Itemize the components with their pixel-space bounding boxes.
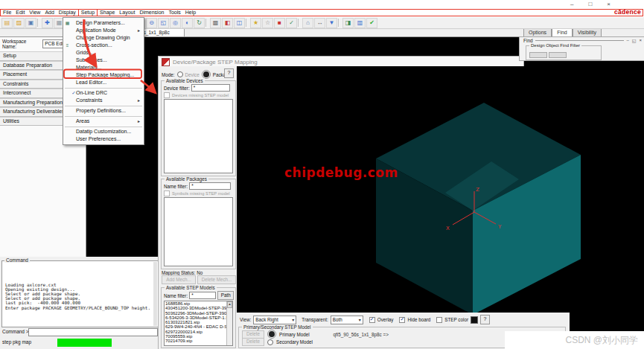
find-filter-label: Design Object Find Filter <box>529 43 581 48</box>
menu-item-subclasses[interactable]: Subclasses... <box>63 57 144 64</box>
menu-view[interactable]: View <box>27 10 42 16</box>
workspace-name-label: Workspace Name: <box>2 39 40 49</box>
zoom-previous-icon[interactable]: ◐ <box>182 18 193 28</box>
menu-item-online-drc[interactable]: ✓ On-Line DRC <box>63 89 144 97</box>
shadow-mode-icon[interactable]: ▩ <box>210 18 221 28</box>
show-measure-icon[interactable]: ↔ <box>314 18 325 28</box>
new-file-icon[interactable]: ▤ <box>1 18 13 28</box>
path-button[interactable]: Path <box>217 291 234 300</box>
overlay-checkbox[interactable] <box>369 317 375 323</box>
zoom-out-icon[interactable]: ⊖ <box>146 18 157 28</box>
add-mech-button[interactable]: Add Mech... <box>162 275 196 284</box>
find-panel-control[interactable]: – <box>626 38 628 43</box>
menu-setup[interactable]: Setup <box>78 9 98 16</box>
find-filter-button[interactable] <box>529 52 547 58</box>
devices-listbox[interactable] <box>164 99 233 173</box>
toolbar-separator[interactable] <box>298 19 302 27</box>
menu-tools[interactable]: Tools <box>166 10 182 16</box>
toolbar-separator[interactable] <box>205 19 209 27</box>
step-model-file[interactable]: 50362296-3DModel-STEP-390490.ST <box>165 311 226 316</box>
symbols-missing-step-checkbox[interactable] <box>164 190 170 196</box>
tab-options[interactable]: Options <box>523 28 552 36</box>
zoom-fit-icon[interactable]: ◱ <box>158 18 169 28</box>
drc-update-icon[interactable]: ✔ <box>366 18 377 28</box>
move-icon[interactable]: ✚ <box>42 18 53 28</box>
find-filter-button[interactable] <box>549 52 567 58</box>
menu-item-areas[interactable]: Areas ▸ <box>63 118 144 125</box>
step-model-file[interactable]: 70214709.stp <box>165 339 226 343</box>
menu-item-property-definitions[interactable]: Property Definitions... <box>63 107 144 115</box>
step-3d-preview[interactable]: Z X Y <box>237 66 644 313</box>
window-control-button[interactable]: – <box>570 1 573 7</box>
step-mapping-icon[interactable]: ◨ <box>342 18 354 28</box>
delete-primary-button[interactable]: Delete <box>242 330 264 339</box>
devices-missing-step-checkbox[interactable] <box>164 92 170 98</box>
delete-secondary-button[interactable]: Delete <box>242 338 264 346</box>
mode-device-radio[interactable] <box>177 71 183 77</box>
menu-item-step-package-mapping[interactable]: Step Package Mapping... <box>63 71 144 79</box>
menu-help[interactable]: Help <box>183 10 198 16</box>
step-color-swatch[interactable] <box>471 316 478 324</box>
find-panel-control[interactable]: × <box>639 38 642 43</box>
menu-edit[interactable]: Edit <box>13 10 27 16</box>
menu-item-application-mode[interactable]: Application Mode ▸ <box>63 27 144 34</box>
step-models-listbox[interactable]: 1688586.stp430451200-3DModel-STEP-390490… <box>164 301 233 346</box>
device-filter-input[interactable]: * <box>191 84 230 92</box>
view-select[interactable]: Back Right <box>253 316 296 324</box>
menu-item-constraints[interactable]: Constraints ▸ <box>63 97 144 104</box>
color-dialog-icon[interactable]: ◧ <box>222 18 233 28</box>
export-step-icon[interactable]: ▥ <box>354 18 366 28</box>
hide-board-checkbox[interactable] <box>399 317 405 323</box>
toolbar-separator[interactable] <box>246 19 249 27</box>
step-model-file[interactable]: 629-9W4-240-4N4 - EDAC D-Sub Conr <box>165 324 226 329</box>
layer-visibility-icon[interactable]: ◫ <box>234 18 245 28</box>
menu-dimension[interactable]: Dimension <box>137 10 166 16</box>
view-help-button[interactable]: ? <box>480 315 490 324</box>
step-color-checkbox[interactable] <box>436 317 442 323</box>
menu-item-lead-editor[interactable]: Lead Editor... <box>63 79 144 86</box>
menu-bar: FileEditViewAddDisplaySetupShapeLayoutDi… <box>0 9 643 16</box>
menu-file[interactable]: File <box>1 10 13 16</box>
command-scrollbar[interactable] <box>153 262 157 326</box>
menu-display[interactable]: Display <box>57 10 78 16</box>
zoom-world-icon[interactable]: ◎ <box>170 18 181 28</box>
waive-drc-icon[interactable]: ✓ <box>286 18 297 28</box>
save-icon[interactable]: ▣ <box>25 18 36 28</box>
open-folder-icon[interactable]: ▨ <box>13 18 25 28</box>
menu-item-grids[interactable]: Grids... <box>63 49 144 57</box>
cadence-logo: cādence <box>614 8 641 16</box>
dialog-help-button[interactable]: ? <box>224 68 234 78</box>
menu-item-user-preferences[interactable]: User Preferences... <box>63 135 144 143</box>
secondary-model-radio[interactable] <box>267 339 273 345</box>
flip-design-icon[interactable]: ▼ <box>326 18 337 28</box>
transparent-select[interactable]: Both <box>331 316 363 324</box>
window-control-button[interactable]: × <box>607 1 610 7</box>
package-name-filter-input[interactable]: * <box>189 182 231 190</box>
menu-layout[interactable]: Layout <box>117 10 137 16</box>
packages-listbox[interactable] <box>164 197 233 266</box>
tab-find[interactable]: Find <box>552 28 573 36</box>
find-panel-control[interactable]: ◱ <box>632 38 637 43</box>
step-name-filter-input[interactable]: * <box>189 292 216 299</box>
assign-color-icon[interactable]: ■ <box>274 18 285 28</box>
menu-item-materials[interactable]: Materials... <box>63 64 144 71</box>
menu-item-datatip-customization[interactable]: Datatip Customization... <box>63 128 144 135</box>
window-control-button[interactable]: □ <box>588 1 592 7</box>
menu-item-change-drawing-origin[interactable]: Change Drawing Origin <box>63 34 144 42</box>
command-input[interactable] <box>28 328 158 336</box>
redraw-icon[interactable]: ↻ <box>194 18 205 28</box>
menu-shape[interactable]: Shape <box>98 10 117 16</box>
menu-add[interactable]: Add <box>42 10 56 16</box>
dehighlight-icon[interactable]: ☆ <box>262 18 273 28</box>
menu-item-design-parameters[interactable]: ▦ Design Parameters... <box>63 19 144 27</box>
menu-item-cross-section[interactable]: ≡ Cross-section... <box>63 42 144 49</box>
design-tab[interactable]: 6s_1x1_8p8c <box>138 28 185 36</box>
delete-mech-button[interactable]: Delete Mech... <box>197 275 236 284</box>
toolbar-separator[interactable] <box>338 19 342 27</box>
step-model-file[interactable]: 430451200-3DModel-STEP-390490.S <box>165 306 226 310</box>
toolbar-separator[interactable] <box>37 19 41 27</box>
tab-visibility[interactable]: Visibility <box>573 28 602 36</box>
highlight-icon[interactable]: ★ <box>250 18 261 28</box>
step-list-scrollbar[interactable]: ▲ <box>226 301 232 345</box>
show-element-icon[interactable]: ⌂ <box>302 18 313 28</box>
